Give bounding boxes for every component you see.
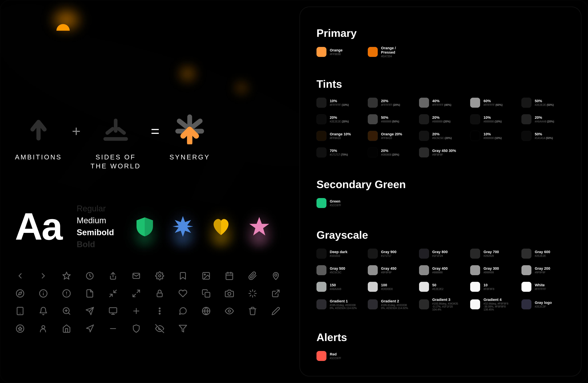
icon-grid — [15, 271, 285, 334]
equals-operator: = — [151, 123, 160, 140]
swatch-hex: #195.61deg, #333338 0%, #23232A 114.02% — [381, 304, 411, 310]
swatch-name: Gray 300 — [483, 266, 499, 271]
swatch-box — [368, 147, 378, 157]
alert-icon — [62, 288, 72, 299]
swatch-name: 20% — [330, 116, 349, 120]
minimize-icon — [108, 288, 118, 299]
color-swatch: 20%#888888 (20%) — [419, 113, 462, 125]
svg-marker-31 — [179, 325, 187, 332]
swatch-hex: #171717 — [381, 254, 397, 258]
monitor-icon — [108, 306, 118, 316]
synergy-label: SYNERGY — [169, 153, 210, 161]
swatch-hex: #888888 — [432, 271, 448, 274]
swatch-name: 20% — [432, 132, 452, 136]
swatch-box — [470, 299, 480, 309]
swatch-hex: #9F9F9F — [535, 271, 550, 274]
swatch-name: Gradient 4 — [483, 298, 513, 302]
swatch-name: Gray 900 — [381, 250, 397, 254]
section-secondary: Secondary Green Green#1CC67F — [316, 178, 565, 209]
star-3d-icon — [249, 216, 270, 237]
color-swatch: Gray 800#1F1F24 — [419, 248, 462, 260]
color-swatch: Gray 450 30%#8F8F8F — [419, 147, 462, 158]
swatch-name: Orange 20% — [381, 132, 402, 136]
color-swatch: Gray logo#2E2C3F — [522, 298, 565, 311]
swatch-box — [419, 282, 429, 292]
svg-point-7 — [159, 275, 161, 277]
swatch-name: 10 — [483, 283, 494, 287]
svg-marker-30 — [86, 325, 94, 332]
chevron-left-icon — [15, 271, 25, 281]
swatch-box — [368, 249, 378, 259]
swatch-name: 150 — [330, 283, 341, 287]
swatch-box — [368, 265, 378, 275]
plus-operator: + — [72, 123, 81, 140]
swatch-hex: #1CC67F — [330, 357, 341, 360]
section-grayscale: Grayscale Deep dark#101010Gray 900#17171… — [316, 229, 565, 311]
swatch-hex: #FFFFFF (40%) — [432, 103, 451, 106]
swatch-box — [368, 299, 378, 309]
color-swatch: Orange 10%#FF8A10 — [316, 130, 359, 142]
color-swatch: 150#A6AAA8 — [316, 281, 359, 293]
color-swatch: Gray 900#171717 — [368, 248, 411, 260]
compass-rose-icon — [99, 113, 132, 146]
swatch-hex: #D0D0D0 — [381, 288, 393, 291]
swatch-hex: #5C5C5C (20%) — [432, 137, 452, 140]
swatch-hex: #32.66deg, #F8F8F8 -38.08%, #F8F8F8 138.… — [483, 302, 513, 311]
swatch-box — [368, 114, 378, 124]
swatch-box — [419, 249, 429, 259]
swatch-box — [419, 265, 429, 275]
swatch-box — [316, 282, 326, 292]
swatch-box — [522, 299, 531, 309]
swatch-box — [316, 147, 326, 157]
weight-medium: Medium — [77, 216, 114, 225]
tints-title: Tints — [316, 78, 565, 90]
color-swatch: Gray 300#999999 — [470, 264, 513, 276]
svg-point-11 — [275, 274, 277, 276]
plus-icon — [131, 306, 141, 316]
compass-icon — [15, 288, 25, 299]
swatch-box — [368, 131, 378, 141]
send-icon — [85, 306, 95, 316]
chevron-right-icon — [38, 271, 48, 281]
swatch-name: 50% — [535, 99, 554, 103]
swatch-hex: #A6AAA8 (20%) — [535, 120, 554, 123]
swatch-box — [316, 198, 326, 208]
swatch-box — [316, 47, 326, 57]
section-tints: Tints 10%#FFFFFF (10%)20%#FFFFFF (20%)40… — [316, 78, 565, 158]
swatch-name: 70% — [330, 149, 348, 153]
secondary-title: Secondary Green — [316, 178, 565, 191]
swatch-name: Gray logo — [535, 301, 552, 305]
color-swatch: 100#D0D0D0 — [368, 281, 411, 293]
swatch-name: Red — [330, 352, 341, 357]
color-swatch: 20%#080808 (20%) — [368, 147, 411, 158]
color-swatch: Gray 200#9F9F9F — [522, 264, 565, 276]
color-swatch: 20%#5C5C5C (20%) — [419, 130, 462, 142]
maximize-icon — [131, 288, 141, 299]
swatch-box — [316, 114, 326, 124]
heart-3d-icon — [210, 216, 232, 237]
color-swatch: 20%#FFFFFF (20%) — [368, 97, 411, 108]
color-swatch: 50%#2E2E2E (50%) — [522, 97, 565, 108]
swatch-hex: #A6AAA8 — [330, 288, 341, 291]
swatch-hex: #FF993B — [330, 53, 342, 56]
swatch-hex: #5C5C5C — [330, 271, 345, 274]
svg-rect-10 — [226, 273, 233, 280]
swatch-hex: #101010 — [330, 254, 347, 258]
swatch-name: Green — [330, 199, 341, 203]
swatch-hex: #1F1F24 — [432, 254, 448, 258]
swatch-box — [522, 131, 531, 141]
swatch-box — [316, 265, 326, 275]
color-swatch: Gradient 4#32.66deg, #F8F8F8 -38.08%, #F… — [470, 298, 513, 311]
filter-icon — [178, 323, 188, 334]
image-icon — [201, 271, 211, 281]
eye-icon — [224, 306, 234, 316]
swatch-box — [316, 131, 326, 141]
font-weights-list: Regular Medium Semibold Bold — [77, 204, 114, 249]
swatch-name: 50% — [535, 132, 553, 136]
swatch-name: Gradient 2 — [381, 299, 411, 303]
swatch-box — [470, 265, 480, 275]
swatch-box — [368, 282, 378, 292]
weight-regular: Regular — [77, 204, 114, 213]
swatch-name: 10% — [483, 132, 502, 136]
swatch-hex: #EA7204 — [381, 55, 411, 58]
